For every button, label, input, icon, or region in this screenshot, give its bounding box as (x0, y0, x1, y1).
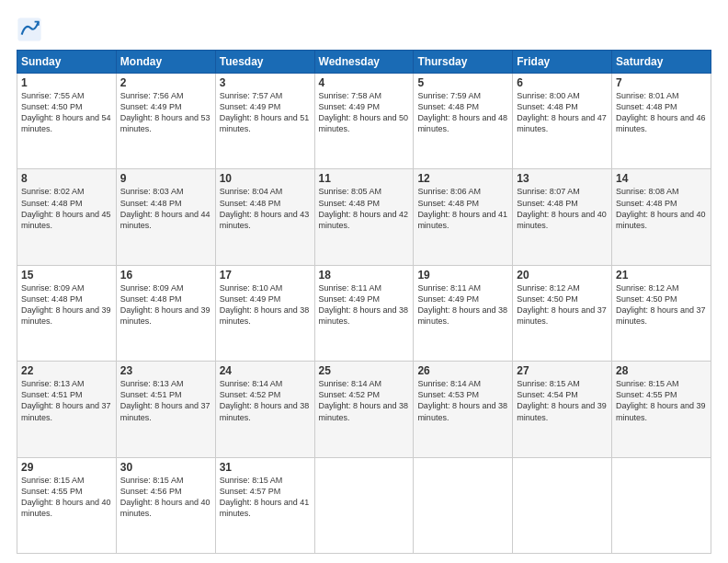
cell-info: Sunrise: 8:15 AMSunset: 4:57 PMDaylight:… (220, 476, 310, 518)
cell-info: Sunrise: 8:01 AMSunset: 4:48 PMDaylight:… (616, 91, 706, 133)
calendar-week-row: 8Sunrise: 8:02 AMSunset: 4:48 PMDaylight… (17, 169, 711, 265)
calendar-cell: 23Sunrise: 8:13 AMSunset: 4:51 PMDayligh… (116, 362, 215, 457)
day-number: 9 (120, 172, 211, 185)
cell-info: Sunrise: 8:14 AMSunset: 4:53 PMDaylight:… (417, 379, 507, 421)
calendar-cell: 8Sunrise: 8:02 AMSunset: 4:48 PMDaylight… (17, 169, 117, 265)
day-number: 18 (319, 269, 410, 282)
cell-info: Sunrise: 7:57 AMSunset: 4:49 PMDaylight:… (220, 91, 310, 133)
calendar-cell: 4Sunrise: 7:58 AMSunset: 4:49 PMDaylight… (314, 74, 414, 169)
cell-info: Sunrise: 8:09 AMSunset: 4:48 PMDaylight:… (21, 283, 111, 326)
weekday-header: Thursday (414, 51, 513, 74)
cell-info: Sunrise: 8:06 AMSunset: 4:48 PMDaylight:… (417, 187, 507, 229)
calendar-cell: 12Sunrise: 8:06 AMSunset: 4:48 PMDayligh… (414, 169, 513, 265)
calendar-cell (314, 457, 414, 553)
day-number: 12 (417, 172, 508, 185)
calendar-cell: 17Sunrise: 8:10 AMSunset: 4:49 PMDayligh… (215, 265, 314, 361)
page: SundayMondayTuesdayWednesdayThursdayFrid… (0, 0, 728, 563)
day-number: 24 (220, 364, 311, 377)
calendar-week-row: 15Sunrise: 8:09 AMSunset: 4:48 PMDayligh… (17, 265, 711, 361)
calendar-cell: 29Sunrise: 8:15 AMSunset: 4:55 PMDayligh… (17, 457, 117, 553)
calendar-cell: 9Sunrise: 8:03 AMSunset: 4:48 PMDaylight… (116, 169, 215, 265)
cell-info: Sunrise: 8:13 AMSunset: 4:51 PMDaylight:… (120, 379, 210, 421)
calendar-cell: 18Sunrise: 8:11 AMSunset: 4:49 PMDayligh… (314, 265, 414, 361)
cell-info: Sunrise: 8:09 AMSunset: 4:48 PMDaylight:… (120, 283, 210, 326)
cell-info: Sunrise: 8:12 AMSunset: 4:50 PMDaylight:… (616, 283, 706, 326)
calendar-cell: 30Sunrise: 8:15 AMSunset: 4:56 PMDayligh… (116, 457, 215, 553)
cell-info: Sunrise: 8:15 AMSunset: 4:56 PMDaylight:… (120, 476, 210, 518)
logo-icon (17, 17, 42, 42)
cell-info: Sunrise: 8:15 AMSunset: 4:55 PMDaylight:… (616, 379, 706, 421)
cell-info: Sunrise: 8:08 AMSunset: 4:48 PMDaylight:… (616, 187, 706, 229)
weekday-header: Friday (513, 51, 612, 74)
day-number: 27 (517, 364, 608, 377)
day-number: 15 (21, 269, 112, 282)
day-number: 30 (120, 461, 211, 474)
calendar-cell: 26Sunrise: 8:14 AMSunset: 4:53 PMDayligh… (414, 362, 513, 457)
cell-info: Sunrise: 8:03 AMSunset: 4:48 PMDaylight:… (120, 187, 210, 229)
calendar-week-row: 1Sunrise: 7:55 AMSunset: 4:50 PMDaylight… (17, 74, 711, 169)
day-number: 1 (21, 76, 112, 89)
cell-info: Sunrise: 7:59 AMSunset: 4:48 PMDaylight:… (417, 91, 507, 133)
day-number: 4 (319, 76, 410, 89)
calendar-cell: 21Sunrise: 8:12 AMSunset: 4:50 PMDayligh… (612, 265, 711, 361)
day-number: 26 (417, 364, 508, 377)
cell-info: Sunrise: 8:02 AMSunset: 4:48 PMDaylight:… (21, 187, 111, 229)
cell-info: Sunrise: 7:58 AMSunset: 4:49 PMDaylight:… (319, 91, 409, 133)
cell-info: Sunrise: 8:05 AMSunset: 4:48 PMDaylight:… (319, 187, 409, 229)
calendar-cell: 3Sunrise: 7:57 AMSunset: 4:49 PMDaylight… (215, 74, 314, 169)
calendar-cell: 16Sunrise: 8:09 AMSunset: 4:48 PMDayligh… (116, 265, 215, 361)
day-number: 28 (616, 364, 707, 377)
day-number: 21 (616, 269, 707, 282)
cell-info: Sunrise: 8:14 AMSunset: 4:52 PMDaylight:… (220, 379, 310, 421)
calendar-cell: 22Sunrise: 8:13 AMSunset: 4:51 PMDayligh… (17, 362, 117, 457)
day-number: 2 (120, 76, 211, 89)
cell-info: Sunrise: 8:00 AMSunset: 4:48 PMDaylight:… (517, 91, 607, 133)
calendar-cell: 19Sunrise: 8:11 AMSunset: 4:49 PMDayligh… (414, 265, 513, 361)
header (17, 17, 711, 42)
cell-info: Sunrise: 8:07 AMSunset: 4:48 PMDaylight:… (517, 187, 607, 229)
cell-info: Sunrise: 8:14 AMSunset: 4:52 PMDaylight:… (319, 379, 409, 421)
day-number: 17 (220, 269, 311, 282)
calendar-cell: 15Sunrise: 8:09 AMSunset: 4:48 PMDayligh… (17, 265, 117, 361)
calendar-cell (414, 457, 513, 553)
cell-info: Sunrise: 8:11 AMSunset: 4:49 PMDaylight:… (319, 283, 409, 326)
cell-info: Sunrise: 8:11 AMSunset: 4:49 PMDaylight:… (417, 283, 507, 326)
calendar-cell: 2Sunrise: 7:56 AMSunset: 4:49 PMDaylight… (116, 74, 215, 169)
cell-info: Sunrise: 8:15 AMSunset: 4:54 PMDaylight:… (517, 379, 607, 421)
calendar-cell: 24Sunrise: 8:14 AMSunset: 4:52 PMDayligh… (215, 362, 314, 457)
calendar-cell: 28Sunrise: 8:15 AMSunset: 4:55 PMDayligh… (612, 362, 711, 457)
day-number: 23 (120, 364, 211, 377)
calendar-cell: 7Sunrise: 8:01 AMSunset: 4:48 PMDaylight… (612, 74, 711, 169)
day-number: 7 (616, 76, 707, 89)
day-number: 19 (417, 269, 508, 282)
weekday-row: SundayMondayTuesdayWednesdayThursdayFrid… (17, 51, 711, 74)
day-number: 20 (517, 269, 608, 282)
weekday-header: Monday (116, 51, 215, 74)
calendar-cell: 10Sunrise: 8:04 AMSunset: 4:48 PMDayligh… (215, 169, 314, 265)
day-number: 11 (319, 172, 410, 185)
weekday-header: Saturday (612, 51, 711, 74)
calendar-table: SundayMondayTuesdayWednesdayThursdayFrid… (17, 50, 711, 554)
calendar-cell: 5Sunrise: 7:59 AMSunset: 4:48 PMDaylight… (414, 74, 513, 169)
day-number: 3 (220, 76, 311, 89)
cell-info: Sunrise: 8:12 AMSunset: 4:50 PMDaylight:… (517, 283, 607, 326)
day-number: 10 (220, 172, 311, 185)
weekday-header: Wednesday (314, 51, 414, 74)
logo (17, 17, 46, 42)
cell-info: Sunrise: 8:10 AMSunset: 4:49 PMDaylight:… (220, 283, 310, 326)
cell-info: Sunrise: 7:55 AMSunset: 4:50 PMDaylight:… (21, 91, 111, 133)
cell-info: Sunrise: 8:15 AMSunset: 4:55 PMDaylight:… (21, 476, 111, 518)
day-number: 13 (517, 172, 608, 185)
calendar-body: 1Sunrise: 7:55 AMSunset: 4:50 PMDaylight… (17, 74, 711, 554)
calendar-cell (612, 457, 711, 553)
day-number: 5 (417, 76, 508, 89)
calendar-cell: 6Sunrise: 8:00 AMSunset: 4:48 PMDaylight… (513, 74, 612, 169)
calendar-header: SundayMondayTuesdayWednesdayThursdayFrid… (17, 51, 711, 74)
day-number: 29 (21, 461, 112, 474)
calendar-cell: 25Sunrise: 8:14 AMSunset: 4:52 PMDayligh… (314, 362, 414, 457)
day-number: 8 (21, 172, 112, 185)
weekday-header: Sunday (17, 51, 117, 74)
day-number: 31 (220, 461, 311, 474)
calendar-cell: 1Sunrise: 7:55 AMSunset: 4:50 PMDaylight… (17, 74, 117, 169)
calendar-week-row: 22Sunrise: 8:13 AMSunset: 4:51 PMDayligh… (17, 362, 711, 457)
